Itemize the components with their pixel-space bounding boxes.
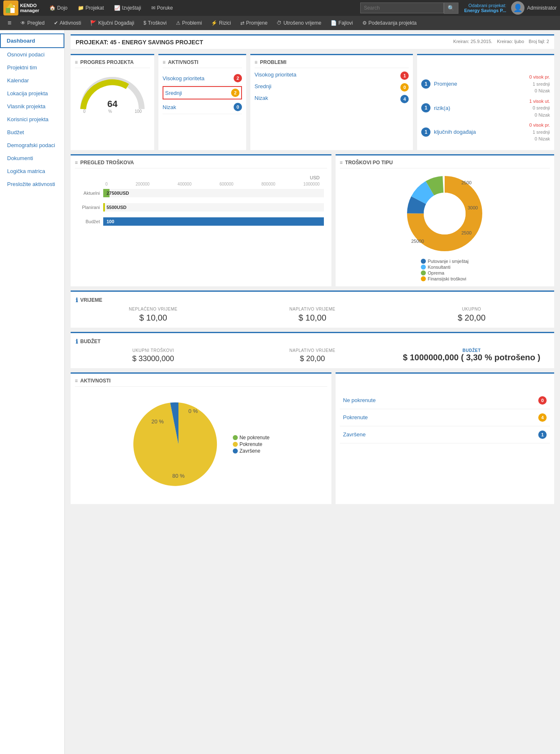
dollar-icon: $ — [143, 20, 146, 26]
badge-problemi-nizak: 4 — [400, 95, 409, 103]
svg-text:0 %: 0 % — [188, 408, 198, 414]
problemi-srednji[interactable]: Srednji — [255, 83, 271, 92]
folder-icon: 📁 — [78, 5, 84, 11]
nav-dojo[interactable]: 🏠 Dojo — [45, 3, 72, 13]
sec-nav-aktivnosti[interactable]: ✔ Aktivnosti — [50, 18, 85, 28]
sec-nav-troskovi[interactable]: $ Troškovi — [139, 18, 171, 28]
stat-pokrenute[interactable]: Pokrenute 4 — [340, 409, 550, 426]
problemi-stats-card: 1 Promjene 0 visok pr. 1 srednji 0 Nizak… — [417, 54, 554, 150]
bars-icon4: ≡ — [75, 160, 78, 166]
legend-ne-pokrenute: Ne pokrenute — [233, 435, 270, 441]
top-cards-row: ≡ PROGRES PROJEKTA 64 0%100 — [71, 54, 554, 150]
warning-icon: ⚠ — [176, 20, 181, 26]
currency-label: USD — [78, 175, 324, 180]
promjene-label[interactable]: Promjene — [434, 81, 526, 87]
sidebar-item-vlasnik[interactable]: Vlasnik projekta — [0, 100, 64, 113]
logo-icon — [3, 0, 18, 15]
clock-icon: ⏱ — [277, 20, 282, 26]
troskovi-tip-title: ≡ TROŠKOVI PO TIPU — [340, 160, 550, 168]
progres-card: ≡ PROGRES PROJEKTA 64 0%100 — [71, 54, 154, 150]
problemi-priority-row: Visokog prioriteta 1 — [255, 71, 409, 80]
svg-text:2500: 2500 — [461, 230, 471, 235]
sidebar-item-logicka[interactable]: Logička matrica — [0, 165, 64, 178]
search-input[interactable] — [360, 3, 444, 13]
progres-title: ≡ PROGRES PROJEKTA — [75, 59, 150, 68]
kljucnih-label[interactable]: ključnih događaja — [434, 129, 526, 135]
activity-item-visok[interactable]: Visokog prioriteta 2 — [163, 71, 242, 85]
flag-icon: 🚩 — [90, 20, 97, 26]
badge-ne-pokrenute: 0 — [538, 396, 547, 405]
sidebar-item-budzet[interactable]: Budžet — [0, 126, 64, 139]
bars-icon6: ≡ — [75, 378, 78, 384]
main-layout: Dashboard Osnovni podaci Projektni tim K… — [0, 30, 560, 754]
troskovi-tip-card: ≡ TROŠKOVI PO TIPU — [336, 154, 554, 286]
sec-nav-problemi[interactable]: ⚠ Problemi — [172, 18, 206, 28]
badge-nizak: 0 — [234, 103, 242, 111]
bars-icon: ≡ — [75, 59, 78, 65]
stat-zavrsene[interactable]: Završene 1 — [340, 426, 550, 443]
check-icon: ✔ — [54, 20, 58, 26]
sidebar-item-preslozite[interactable]: Presložite aktivnosti — [0, 178, 64, 191]
naplativo-budzet-cell: NAPLATIVO VRIJEME $ 20,00 — [235, 348, 390, 363]
activity-item-srednji[interactable]: Srednji 2 — [163, 86, 242, 99]
rizik-label[interactable]: rizik(a) — [434, 105, 526, 111]
page-meta: Kreiran: 25.9.2015. Kreirao: ljubo Broj … — [453, 39, 549, 44]
sidebar-item-demografski[interactable]: Demografski podaci — [0, 139, 64, 152]
nav-projekat[interactable]: 📁 Projekat — [74, 3, 108, 13]
bottom-row: ≡ AKTIVNOSTI 80 % 20 % — [71, 372, 554, 504]
troskovi-title: ≡ PREGLED TROŠKOVA — [75, 160, 327, 168]
sidebar-item-dokumenti[interactable]: Dokumenti — [0, 152, 64, 165]
house-icon: 🏠 — [49, 5, 56, 11]
selected-project: Odabrani projekat: Energy Savings P... — [464, 3, 507, 13]
badge-pokrenute: 4 — [538, 413, 547, 422]
donut-wrap: 2500 3000 2500 25000 Putovanje i smješta… — [340, 172, 550, 282]
sec-nav-utroseno[interactable]: ⏱ Utrošeno vrijeme — [272, 18, 326, 28]
sec-nav-rizici[interactable]: ⚡ Rizici — [207, 18, 235, 28]
sidebar-item-tim[interactable]: Projektni tim — [0, 61, 64, 74]
logo-text: KENDO manager — [20, 3, 39, 13]
sidebar-item-osnovni[interactable]: Osnovni podaci — [0, 48, 64, 61]
chart-icon: 📈 — [114, 5, 120, 11]
vrijeme-header: ℹ VRIJEME — [76, 297, 549, 303]
donut-legend: Putovanje i smještaj Konsultanti Oprema … — [421, 259, 468, 282]
legend-pokrenute: Pokrenute — [233, 441, 270, 447]
search-button[interactable]: 🔍 — [444, 3, 458, 14]
logo[interactable]: KENDO manager — [3, 0, 39, 15]
nav-poruke[interactable]: ✉ Poruke — [147, 3, 177, 13]
gauge-svg: 64 — [79, 76, 146, 113]
kljucnih-stats: 0 visok pr. 1 srednji 0 Nizak — [529, 122, 550, 143]
bars-icon5: ≡ — [340, 160, 343, 166]
sec-nav-promjene[interactable]: ⇄ Promjene — [236, 18, 272, 28]
sec-nav-fajlovi[interactable]: 📄 Fajlovi — [326, 18, 357, 28]
content-area: PROJEKAT: 45 - ENERGY SAVINGS PROJECT Kr… — [65, 30, 560, 754]
problemi-nizak-row: Nizak 4 — [255, 95, 409, 103]
sec-nav-podesavanja[interactable]: ⚙ Podešavanja projekta — [358, 18, 421, 28]
sec-nav-pregled[interactable]: 👁 Pregled — [16, 18, 48, 28]
rizik-stats: 1 visok ut. 0 srednji 0 Nizak — [529, 98, 550, 119]
time-grid: NEPLAĆENO VRIJEME $ 10,00 NAPLATIVO VRIJ… — [76, 307, 549, 323]
bars-icon3: ≡ — [255, 59, 257, 65]
sec-nav-kljucni[interactable]: 🚩 Ključni Događaji — [86, 18, 138, 28]
problemi-nizak[interactable]: Nizak — [255, 95, 268, 103]
activity-item-nizak[interactable]: Nizak 0 — [163, 100, 242, 114]
pie-svg: 80 % 20 % 0 % — [132, 398, 224, 490]
nav-izvjestaji[interactable]: 📈 Izvještaji — [110, 3, 145, 13]
badge-visok: 2 — [234, 74, 242, 82]
stat-ne-pokrenute[interactable]: Ne pokrenute 0 — [340, 392, 550, 409]
files-icon: 📄 — [331, 20, 337, 26]
page-header: PROJEKAT: 45 - ENERGY SAVINGS PROJECT Kr… — [71, 34, 554, 49]
promjene-stats: 0 visok pr. 1 srednji 0 Nizak — [529, 74, 550, 94]
aktivnosti-top-card: ≡ AKTIVNOSTI Visokog prioriteta 2 Srednj… — [158, 54, 246, 150]
budzet-header: ℹ BUDŽET — [76, 338, 549, 345]
alert-icon: ⚡ — [211, 20, 217, 26]
ukupni-troskovi-cell: UKUPNI TROŠKOVI $ 33000,000 — [76, 348, 231, 363]
sidebar-item-kalendar[interactable]: Kalendar — [0, 74, 64, 87]
bar-planirani: Planirani 5500USD — [78, 203, 324, 211]
problemi-visok[interactable]: Visokog prioriteta — [255, 71, 296, 80]
svg-text:25000: 25000 — [411, 239, 424, 244]
sidebar-item-korisnici[interactable]: Korisnici projekta — [0, 113, 64, 126]
sidebar-item-dashboard[interactable]: Dashboard — [0, 33, 64, 48]
sec-nav-settings-toggle[interactable]: ≡ — [3, 18, 15, 28]
sidebar-item-lokacija[interactable]: Lokacija projekta — [0, 87, 64, 100]
donut-chart: 2500 3000 2500 25000 — [403, 172, 486, 255]
